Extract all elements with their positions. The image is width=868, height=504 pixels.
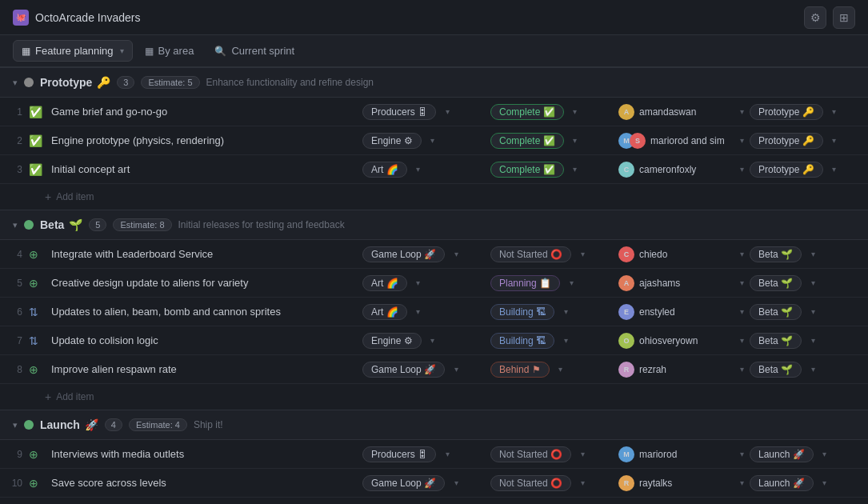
status-dropdown-3[interactable]: ▾ <box>567 158 583 181</box>
status-dropdown-9[interactable]: ▾ <box>574 443 590 466</box>
status-pill-8[interactable]: Behind ⚑ <box>490 362 550 378</box>
milestone-pill-9[interactable]: Launch 🚀 <box>750 446 814 462</box>
status-pill-10[interactable]: Not Started ⭕ <box>490 475 571 491</box>
area-pill-5[interactable]: Art 🌈 <box>362 275 407 291</box>
area-dropdown-10[interactable]: ▾ <box>448 472 464 494</box>
area-pill-3[interactable]: Art 🌈 <box>362 162 407 178</box>
area-pill-9[interactable]: Producers 🎛 <box>362 446 436 462</box>
row-title-2[interactable]: Engine prototype (physics, rendering) <box>45 134 362 146</box>
add-item-prototype[interactable]: + Add item <box>0 184 868 210</box>
area-dropdown-2[interactable]: ▾ <box>425 130 441 152</box>
area-dropdown-11[interactable]: ▾ <box>432 501 448 505</box>
area-pill-10[interactable]: Game Loop 🚀 <box>362 475 445 491</box>
milestone-dropdown-5[interactable]: ▾ <box>805 272 821 294</box>
avatar-multi-2: M S <box>618 133 646 149</box>
assignee-dropdown-10[interactable]: ▾ <box>734 472 750 494</box>
row-title-10[interactable]: Save score across levels <box>45 477 362 489</box>
milestone-dropdown-4[interactable]: ▾ <box>805 243 821 266</box>
milestone-dropdown-6[interactable]: ▾ <box>805 301 821 323</box>
area-pill-4[interactable]: Game Loop 🚀 <box>362 246 445 262</box>
status-dropdown-1[interactable]: ▾ <box>567 101 583 123</box>
row-title-4[interactable]: Integrate with Leaderboard Service <box>45 248 362 260</box>
row-title-1[interactable]: Game brief and go-no-go <box>45 106 362 118</box>
status-dropdown-6[interactable]: ▾ <box>558 301 574 323</box>
collapse-launch[interactable]: ▾ <box>13 420 18 430</box>
collapse-prototype[interactable]: ▾ <box>13 78 18 88</box>
milestone-pill-3[interactable]: Prototype 🔑 <box>750 162 823 178</box>
assignee-dropdown-9[interactable]: ▾ <box>734 443 750 466</box>
status-dropdown-10[interactable]: ▾ <box>574 472 590 494</box>
assignee-dropdown-11[interactable]: ▾ <box>734 501 750 505</box>
milestone-pill-2[interactable]: Prototype 🔑 <box>750 133 823 149</box>
tab-by-area[interactable]: ▦ By area <box>136 40 203 62</box>
assignee-field-6: E enstyled ▾ <box>618 301 750 323</box>
table-row: 1 ✅ Game brief and go-no-go Producers 🎛 … <box>0 98 868 126</box>
status-pill-7[interactable]: Building 🏗 <box>490 333 554 349</box>
status-pill-9[interactable]: Not Started ⭕ <box>490 446 571 462</box>
row-title-6[interactable]: Updates to alien, beam, bomb and cannon … <box>45 306 362 318</box>
area-dropdown-4[interactable]: ▾ <box>448 243 464 266</box>
status-dropdown-8[interactable]: ▾ <box>553 358 569 381</box>
assignee-dropdown-5[interactable]: ▾ <box>734 272 750 294</box>
milestone-dropdown-2[interactable]: ▾ <box>826 130 842 152</box>
milestone-pill-5[interactable]: Beta 🌱 <box>750 275 802 291</box>
status-dropdown-7[interactable]: ▾ <box>558 330 574 352</box>
area-dropdown-8[interactable]: ▾ <box>448 358 464 381</box>
milestone-pill-10[interactable]: Launch 🚀 <box>750 475 814 491</box>
status-pill-1[interactable]: Complete ✅ <box>490 104 564 120</box>
assignee-dropdown-1[interactable]: ▾ <box>734 101 750 123</box>
milestone-pill-8[interactable]: Beta 🌱 <box>750 362 802 378</box>
status-dropdown-11[interactable]: ▾ <box>574 501 590 505</box>
status-pill-2[interactable]: Complete ✅ <box>490 133 564 149</box>
milestone-dropdown-1[interactable]: ▾ <box>826 101 842 123</box>
status-dropdown-2[interactable]: ▾ <box>567 130 583 152</box>
row-title-5[interactable]: Creative design update to aliens for var… <box>45 277 362 289</box>
layout-button[interactable]: ⊞ <box>833 6 855 29</box>
group-title-beta: Beta 🌱 <box>40 218 82 231</box>
status-dropdown-4[interactable]: ▾ <box>574 243 590 266</box>
assignee-dropdown-7[interactable]: ▾ <box>734 330 750 352</box>
area-pill-6[interactable]: Art 🌈 <box>362 304 407 320</box>
milestone-pill-1[interactable]: Prototype 🔑 <box>750 104 823 120</box>
assignee-dropdown-3[interactable]: ▾ <box>734 158 750 181</box>
milestone-pill-6[interactable]: Beta 🌱 <box>750 304 802 320</box>
milestone-dropdown-7[interactable]: ▾ <box>805 330 821 352</box>
assignee-dropdown-2[interactable]: ▾ <box>734 130 750 152</box>
area-dropdown-5[interactable]: ▾ <box>410 272 426 294</box>
row-title-8[interactable]: Improve alien respawn rate <box>45 363 362 375</box>
milestone-dropdown-3[interactable]: ▾ <box>826 158 842 181</box>
milestone-pill-4[interactable]: Beta 🌱 <box>750 246 802 262</box>
add-item-beta[interactable]: + Add item <box>0 384 868 410</box>
area-dropdown-9[interactable]: ▾ <box>439 443 455 466</box>
area-pill-1[interactable]: Producers 🎛 <box>362 104 436 120</box>
settings-button[interactable]: ⚙ <box>804 6 826 29</box>
area-dropdown-6[interactable]: ▾ <box>410 301 426 323</box>
row-title-3[interactable]: Initial concept art <box>45 163 362 175</box>
status-pill-6[interactable]: Building 🏗 <box>490 304 554 320</box>
status-dropdown-5[interactable]: ▾ <box>563 272 579 294</box>
status-pill-4[interactable]: Not Started ⭕ <box>490 246 571 262</box>
assignee-field-7: O ohiosveryown ▾ <box>618 330 750 352</box>
row-title-9[interactable]: Interviews with media outlets <box>45 448 362 460</box>
tab-current-sprint[interactable]: 🔍 Current sprint <box>206 40 303 62</box>
collapse-beta[interactable]: ▾ <box>13 220 18 230</box>
area-pill-2[interactable]: Engine ⚙ <box>362 133 422 149</box>
milestone-dropdown-10[interactable]: ▾ <box>817 472 833 494</box>
area-pill-8[interactable]: Game Loop 🚀 <box>362 362 445 378</box>
row-num-6: 6 <box>6 306 29 318</box>
milestone-pill-7[interactable]: Beta 🌱 <box>750 333 802 349</box>
status-pill-5[interactable]: Planning 📋 <box>490 275 560 291</box>
milestone-dropdown-9[interactable]: ▾ <box>817 443 833 466</box>
assignee-dropdown-8[interactable]: ▾ <box>734 358 750 381</box>
area-dropdown-7[interactable]: ▾ <box>425 330 441 352</box>
milestone-dropdown-11[interactable]: ▾ <box>817 501 833 505</box>
status-pill-3[interactable]: Complete ✅ <box>490 162 564 178</box>
assignee-dropdown-4[interactable]: ▾ <box>734 243 750 266</box>
tab-feature-planning[interactable]: ▦ Feature planning ▾ <box>13 40 133 62</box>
area-dropdown-3[interactable]: ▾ <box>410 158 426 181</box>
row-title-7[interactable]: Update to colision logic <box>45 334 362 346</box>
area-pill-7[interactable]: Engine ⚙ <box>362 333 422 349</box>
assignee-dropdown-6[interactable]: ▾ <box>734 301 750 323</box>
area-dropdown-1[interactable]: ▾ <box>439 101 455 123</box>
milestone-dropdown-8[interactable]: ▾ <box>805 358 821 381</box>
